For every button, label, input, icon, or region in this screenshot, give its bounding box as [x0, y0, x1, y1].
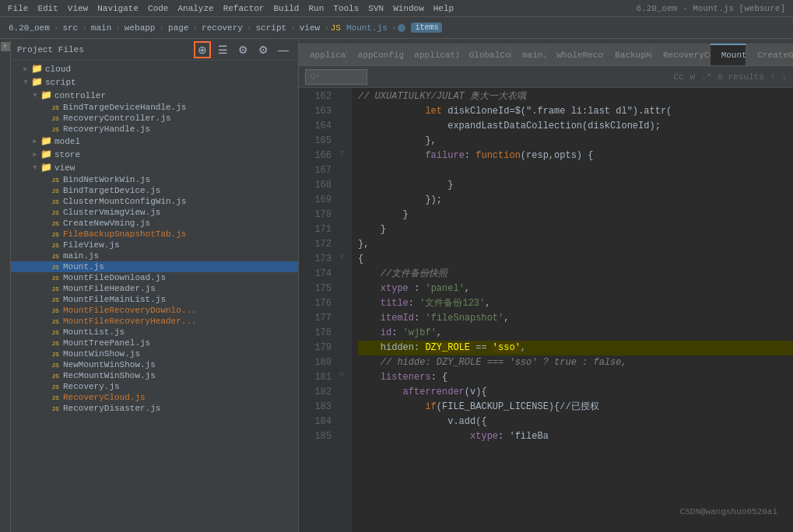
folder-arrow-store[interactable]: ▶	[30, 150, 40, 159]
menu-run[interactable]: Run	[304, 4, 328, 13]
add-button[interactable]: ⊕	[194, 41, 211, 58]
code-line-175[interactable]: xtype : 'panel',	[358, 282, 793, 296]
menu-view[interactable]: View	[63, 4, 93, 13]
tree-item-store[interactable]: ▶📁store	[11, 148, 298, 161]
regex-button[interactable]: .*	[701, 72, 711, 82]
code-content[interactable]: // UXUATIULKY/JULAT 奥大一大衣哦 let diskClone…	[352, 88, 793, 532]
tree-item-RecoveryDisaster[interactable]: JSRecoveryDisaster.js	[11, 403, 298, 414]
menu-window[interactable]: Window	[388, 4, 429, 13]
code-line-163[interactable]: let diskCloneId=$(".frame li:last dl").a…	[358, 104, 793, 119]
tree-item-RecMountWinShow[interactable]: JSRecMountWinShow.js	[11, 370, 298, 381]
folder-arrow-cloud[interactable]: ▶	[20, 65, 31, 73]
search-box[interactable]: Q+	[305, 69, 367, 85]
code-line-185[interactable]: xtype: 'fileBa	[358, 429, 793, 444]
menu-navigate[interactable]: Navigate	[93, 4, 143, 13]
next-result[interactable]: ↓	[781, 72, 787, 82]
folder-arrow-script[interactable]: ▼	[20, 79, 31, 86]
folder-arrow-view[interactable]: ▼	[30, 164, 40, 172]
tree-item-BindTargeDeviceHandle[interactable]: JSBindTargeDeviceHandle.js	[11, 102, 298, 113]
code-line-177[interactable]: itemId: 'fileSnapshot',	[358, 311, 793, 326]
menu-svn[interactable]: SVN	[363, 4, 388, 13]
code-line-167[interactable]	[358, 163, 793, 178]
tab-main-js[interactable]: main.js×	[511, 44, 546, 65]
bc-main[interactable]: main	[89, 23, 114, 33]
tree-item-controller[interactable]: ▼📁controller	[11, 89, 298, 102]
tree-item-view[interactable]: ▼📁view	[11, 161, 298, 174]
tab-appConfig-properties[interactable]: appConfig.properties×	[347, 44, 404, 65]
tree-item-MountFileMainList[interactable]: JSMountFileMainList.js	[11, 294, 298, 305]
tree-item-Recovery[interactable]: JSRecovery.js	[11, 381, 298, 392]
tab-WholeRecoveryModel[interactable]: WholeRecoveryModel.js×	[546, 44, 605, 65]
code-line-164[interactable]: expandLastDataCollection(diskCloneId);	[358, 119, 793, 134]
tree-item-MountFileRecoveryHeader[interactable]: JSMountFileRecoveryHeader...	[11, 316, 298, 327]
bc-view[interactable]: view	[297, 23, 322, 33]
list-button[interactable]: ☰	[214, 41, 231, 58]
search-input[interactable]	[323, 72, 354, 82]
bc-620oem[interactable]: 6.20_oem	[6, 23, 52, 33]
tree-item-CreateNewVming[interactable]: JSCreateNewVming.js	[11, 218, 298, 229]
fold-marker-166[interactable]: ▽	[339, 149, 344, 158]
bc-page[interactable]: page	[166, 23, 191, 33]
tree-item-MountFileDownload[interactable]: JSMountFileDownload.js	[11, 272, 298, 283]
menu-build[interactable]: Build	[268, 4, 304, 13]
menu-analyze[interactable]: Analyze	[173, 4, 218, 13]
bc-mountjs[interactable]: Mount.js	[344, 23, 390, 33]
close-sidebar-button[interactable]: —	[275, 41, 292, 58]
bc-script[interactable]: script	[254, 23, 289, 33]
code-line-168[interactable]: }	[358, 178, 793, 193]
bc-src[interactable]: src	[60, 23, 80, 33]
tree-item-MountWinShow[interactable]: JSMountWinShow.js	[11, 348, 298, 359]
filter-button[interactable]: ⚙	[234, 41, 251, 58]
tree-item-MountTreePanel[interactable]: JSMountTreePanel.js	[11, 338, 298, 348]
tree-item-script[interactable]: ▼📁script	[11, 75, 298, 89]
code-line-170[interactable]: }	[358, 208, 793, 222]
menu-code[interactable]: Code	[143, 4, 173, 13]
menu-help[interactable]: Help	[429, 4, 458, 13]
tree-item-BindNetWorkWin[interactable]: JSBindNetWorkWin.js	[11, 174, 298, 185]
tree-item-FileView[interactable]: JSFileView.js	[11, 240, 298, 250]
bc-recovery[interactable]: recovery	[199, 23, 245, 33]
code-line-178[interactable]: id: 'wjbf',	[358, 326, 793, 341]
code-line-173[interactable]: {	[358, 252, 793, 267]
code-line-166[interactable]: failure: function(resp,opts) {	[358, 149, 793, 163]
code-line-184[interactable]: v.add({	[358, 415, 793, 429]
tree-item-FileBackupSnapshotTab[interactable]: JSFileBackupSnapshotTab.js	[11, 229, 298, 240]
code-line-179[interactable]: hidden: DZY_ROLE == 'sso',	[358, 341, 793, 355]
menu-refactor[interactable]: Refactor	[219, 4, 269, 13]
tree-item-NewMountWinShow[interactable]: JSNewMountWinShow.js	[11, 359, 298, 370]
tab-CreateGroup[interactable]: CreateGroup.js×	[746, 44, 793, 65]
tree-item-MountList[interactable]: JSMountList.js	[11, 327, 298, 338]
tab-application-dev-yml[interactable]: application-dev.yml×	[403, 44, 458, 65]
code-line-183[interactable]: if(FILE_BACKUP_LICENSE){//已授权	[358, 400, 793, 415]
code-line-172[interactable]: },	[358, 237, 793, 252]
tree-item-RecoveryHandle[interactable]: JSRecoveryHandle.js	[11, 124, 298, 135]
menu-tools[interactable]: Tools	[328, 4, 363, 13]
tree-item-cloud[interactable]: ▶📁cloud	[11, 62, 298, 75]
activity-project[interactable]: P	[1, 42, 10, 51]
tree-item-RecoveryController[interactable]: JSRecoveryController.js	[11, 113, 298, 124]
code-line-171[interactable]: }	[358, 222, 793, 237]
folder-arrow-model[interactable]: ▶	[30, 137, 40, 145]
tab-application-yml[interactable]: application.yml×	[299, 44, 347, 65]
code-line-165[interactable]: },	[358, 134, 793, 149]
code-line-169[interactable]: });	[358, 193, 793, 208]
tree-item-BindTargetDevice[interactable]: JSBindTargetDevice.js	[11, 185, 298, 196]
tree-item-ClusterVmimgView[interactable]: JSClusterVmimgView.js	[11, 207, 298, 218]
code-line-174[interactable]: //文件备份快照	[358, 267, 793, 282]
tree-item-MountFileHeader[interactable]: JSMountFileHeader.js	[11, 283, 298, 294]
bc-webapp[interactable]: webapp	[122, 23, 158, 33]
tree-item-ClusterMountConfigWin[interactable]: JSClusterMountConfigWin.js	[11, 196, 298, 207]
w-button[interactable]: W	[690, 72, 696, 82]
menu-file[interactable]: File	[3, 4, 33, 13]
tab-BackupHandle[interactable]: BackupHandle.js×	[604, 44, 652, 65]
code-line-180[interactable]: // hidde: DZY_ROLE === 'sso' ? true : fa…	[358, 355, 793, 370]
tab-Mountjs[interactable]: Mount.js×	[711, 44, 747, 65]
fold-marker-173[interactable]: ▽	[339, 252, 344, 261]
tree-item-RecoveryCloud[interactable]: JSRecoveryCloud.js	[11, 392, 298, 403]
cc-button[interactable]: Cc	[673, 72, 683, 82]
code-line-162[interactable]: // UXUATIULKY/JULAT 奥大一大衣哦	[358, 89, 793, 104]
tree-item-MountFileRecoveryDownlo[interactable]: JSMountFileRecoveryDownlo...	[11, 305, 298, 316]
code-line-181[interactable]: listeners: {	[358, 370, 793, 385]
code-line-176[interactable]: title: '文件备份123',	[358, 296, 793, 311]
tab-RecoveryController[interactable]: RecoveryController.js×	[652, 44, 711, 65]
